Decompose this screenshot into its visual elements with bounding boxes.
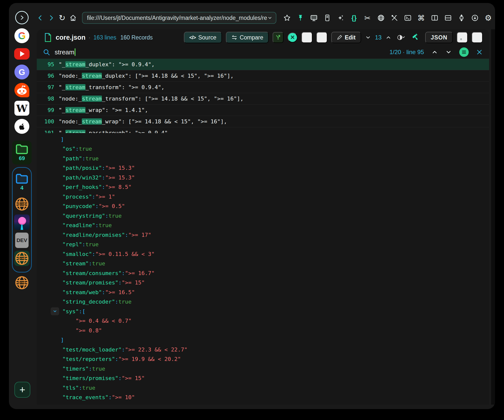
folder-icon[interactable] [472, 32, 483, 43]
search-bar[interactable]: stream 1/20 · line 95 [37, 46, 489, 59]
tree-entry-path/posix[interactable]: "path/posix" : ">= 15.3" [37, 163, 489, 173]
scissors-icon[interactable]: ✂ [363, 14, 372, 22]
json-format-button[interactable]: JSON [425, 32, 453, 43]
step-down-icon[interactable] [365, 35, 371, 40]
tree-array-item[interactable]: ">= 0.4 && < 0.7" [37, 316, 489, 326]
edit-button[interactable]: Edit [331, 32, 361, 43]
search-result-line-100[interactable]: 100"node:_stream_wrap": [">= 14.18 && < … [37, 116, 489, 127]
tree-entry-path/win32[interactable]: "path/win32" : ">= 15.3" [37, 173, 489, 182]
tree-entry-trace_events[interactable]: "trace_events" : ">= 10" [37, 393, 489, 402]
sparkles-icon[interactable] [336, 14, 345, 22]
tree-entry-os[interactable]: "os" : true [37, 144, 489, 154]
tree-entry-stream[interactable]: "stream" : true [37, 259, 489, 269]
sidebar-item-folder-green[interactable]: 69 [12, 141, 32, 165]
tree-entry-test/mock_loader[interactable]: "test/mock_loader" : ">= 22.3 && < 22.7" [37, 345, 489, 354]
resize-vertical-icon[interactable] [457, 14, 465, 22]
new-tab-button[interactable]: + [14, 382, 30, 398]
export-file-icon[interactable] [457, 32, 468, 43]
sidebar-item-site-ind-1[interactable]: IND [14, 196, 30, 212]
sidebar-item-folder-blue[interactable]: 4 [14, 171, 30, 194]
reader-icon[interactable] [323, 14, 331, 22]
source-view-button[interactable]: </> Source [184, 32, 222, 43]
reload-button[interactable]: ↻ [57, 12, 68, 23]
scrollbar-track[interactable] [491, 29, 495, 405]
code-text: "_stream_transform": ">= 0.9.4", [59, 84, 165, 90]
tree-entry-perf_hooks[interactable]: "perf_hooks" : ">= 8.5" [37, 182, 489, 192]
tree-array-item[interactable]: ">= 0.8" [37, 326, 489, 335]
search-result-line-97[interactable]: 97"_stream_transform": ">= 0.9.4", [37, 82, 489, 93]
sidebar-item-vaporwave-tab[interactable] [14, 214, 30, 230]
pin-icon[interactable] [296, 14, 304, 22]
search-result-line-95[interactable]: 95"_stream_duplex": ">= 0.9.4", [37, 59, 489, 70]
branch-button[interactable] [273, 32, 284, 43]
paint-roller-icon[interactable] [410, 32, 421, 43]
command-icon[interactable]: ⌘ [417, 14, 425, 22]
search-result-line-96[interactable]: 96"node:_stream_duplex": [">= 14.18 && <… [37, 70, 489, 82]
step-up-icon[interactable] [385, 35, 391, 40]
json-viewer-panel: core.json · 163 lines 160 Records </> So… [37, 29, 489, 405]
tree-entry-string_decoder[interactable]: "string_decoder" : true [37, 297, 489, 307]
globe-icon[interactable] [377, 14, 385, 22]
home-button[interactable] [68, 12, 79, 23]
sidebar-item-browser-logo[interactable] [14, 10, 30, 25]
tree-entry-timers[interactable]: "timers" : true [37, 364, 489, 374]
braces-icon[interactable]: {} [350, 14, 358, 22]
tree-entry-tty[interactable]: "tty" : true [37, 402, 489, 405]
tree-entry-smalloc[interactable]: "smalloc" : ">= 0.11.5 && < 3" [37, 249, 489, 259]
copy-icon[interactable] [301, 32, 312, 43]
sidebar-item-google[interactable]: G [14, 28, 30, 43]
back-button[interactable] [35, 12, 46, 23]
split-horizontal-icon[interactable] [444, 14, 452, 22]
sidebar-item-g-purple[interactable]: G [14, 64, 30, 80]
sidebar-item-dev-file[interactable]: DEV [14, 233, 30, 248]
tree-entry-path[interactable]: "path" : true [37, 154, 489, 163]
line-number: 98 [37, 96, 59, 102]
clear-button[interactable]: ✕ [288, 33, 297, 42]
close-search-icon[interactable] [476, 49, 483, 55]
tree-entry-readline[interactable]: "readline" : true [37, 221, 489, 230]
tree-entry-stream/promises[interactable]: "stream/promises" : ">= 15" [37, 278, 489, 288]
url-dropdown-icon[interactable] [267, 15, 272, 20]
next-match-icon[interactable] [445, 49, 452, 55]
terminal-icon[interactable] [404, 14, 412, 22]
previous-match-icon[interactable] [431, 49, 438, 55]
tree-entry-stream/web[interactable]: "stream/web" : ">= 16.5" [37, 287, 489, 297]
forward-button[interactable] [46, 12, 57, 23]
tree-entry-readline/promises[interactable]: "readline/promises" : ">= 17" [37, 230, 489, 240]
collapse-toggle-icon[interactable] [51, 307, 59, 315]
search-input[interactable]: stream [55, 48, 76, 56]
tree-entry-timers/promises[interactable]: "timers/promises" : ">= 15" [37, 374, 489, 383]
tree-bracket[interactable]: ] [37, 135, 489, 144]
sidebar-item-apple[interactable] [14, 119, 30, 134]
tree-entry-tls[interactable]: "tls" : true [37, 383, 489, 393]
tree-entry-querystring[interactable]: "querystring" : true [37, 211, 489, 221]
search-result-line-101[interactable]: 101"_stream_passthrough": ">= 0.9.4", [37, 127, 489, 133]
cut-icon[interactable]: ✂ [316, 32, 327, 43]
sidebar-item-youtube[interactable] [14, 46, 30, 62]
tree-entry-process[interactable]: "process" : ">= 1" [37, 192, 489, 202]
sidebar-item-site-ind-2[interactable]: IND [14, 275, 30, 290]
tree-entry-stream/consumers[interactable]: "stream/consumers" : ">= 16.7" [37, 268, 489, 278]
star-icon[interactable] [283, 14, 291, 22]
tree-entry-punycode[interactable]: "punycode" : ">= 0.5" [37, 202, 489, 211]
compare-button[interactable]: Compare [226, 32, 269, 43]
match-list-icon[interactable] [459, 47, 469, 57]
search-result-line-99[interactable]: 99"_stream_wrap": ">= 1.4.1", [37, 105, 489, 116]
search-icon [43, 48, 50, 56]
tree-entry-sys[interactable]: "sys" : [ [37, 307, 489, 316]
search-result-line-98[interactable]: 98"node:_stream_transform": [">= 14.18 &… [37, 93, 489, 105]
sidebar-item-wikipedia[interactable]: W [14, 101, 30, 116]
settings-icon[interactable]: ⚙ [484, 14, 492, 22]
download-icon[interactable] [471, 14, 479, 22]
contrast-toggle[interactable] [395, 32, 406, 43]
sidebar-item-reddit[interactable] [14, 82, 30, 98]
split-vertical-icon[interactable] [430, 14, 439, 22]
tree-entry-test/reporters[interactable]: "test/reporters" : ">= 19.9 && < 20.2" [37, 354, 489, 364]
tree-entry-repl[interactable]: "repl" : true [37, 240, 489, 249]
monitor-icon[interactable] [310, 14, 318, 22]
code-text: "_stream_duplex": ">= 0.9.4", [59, 61, 155, 68]
tree-bracket[interactable]: ] [37, 335, 489, 345]
sidebar-item-site-ind-active[interactable]: IND [14, 251, 30, 266]
address-bar[interactable]: file:///Users/jt/Documents/Antigravity/m… [82, 12, 276, 24]
tools-icon[interactable] [390, 14, 398, 22]
